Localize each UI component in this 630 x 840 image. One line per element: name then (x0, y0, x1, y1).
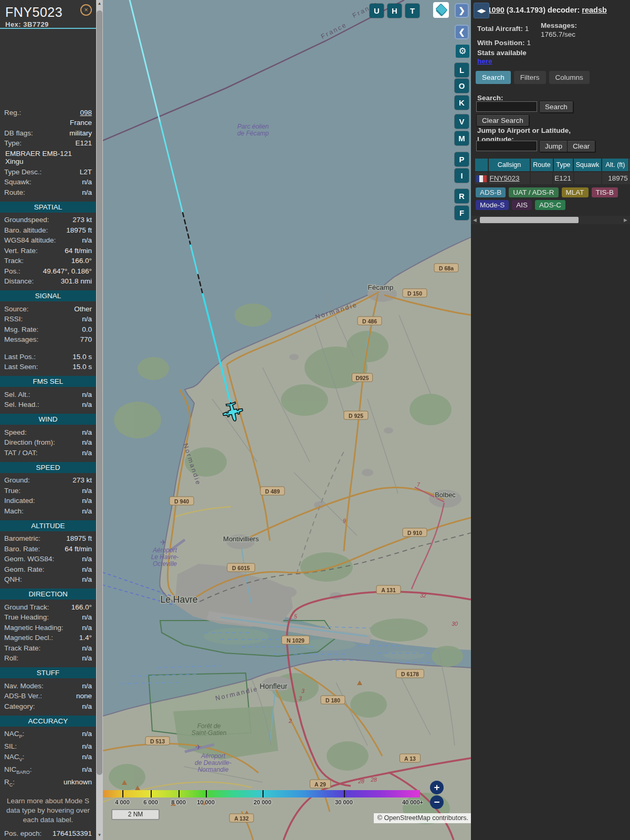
map-button-m[interactable]: M (455, 131, 469, 145)
hex-value: 3B7729 (23, 20, 49, 28)
map-button-i[interactable]: I (455, 169, 469, 183)
column-header-Alt. (ft)[interactable]: Alt. (ft) (602, 159, 628, 171)
column-header-Squawk[interactable]: Squawk (574, 159, 601, 171)
row-value: n/a (82, 753, 92, 764)
jump-button[interactable]: Jump (539, 140, 568, 152)
sidebar-scrollbar[interactable]: ▲ ▼ (96, 0, 103, 840)
readsb-link[interactable]: readsb (582, 6, 607, 14)
row-label: Vert. Rate: (4, 247, 38, 256)
row-value: n/a (82, 742, 92, 751)
scroll-left-icon[interactable]: ◀ (473, 217, 477, 223)
tab-search[interactable]: Search (476, 71, 511, 84)
clear-search-button[interactable]: Clear Search (476, 114, 529, 127)
column-header-Callsign[interactable]: Callsign (489, 159, 530, 171)
row-value: n/a (82, 188, 92, 197)
map-button-f[interactable]: F (455, 206, 469, 220)
app-title: tar1090 (3.14.1793) decoder: readsb (478, 6, 607, 14)
legend-tick (262, 790, 264, 797)
map-button-r[interactable]: R (455, 189, 469, 203)
data-row: True:n/a (0, 486, 96, 496)
zoom-out-button[interactable]: − (430, 795, 444, 809)
layers-icon[interactable] (433, 2, 449, 18)
row-value: 0.0 (82, 326, 92, 334)
map-attribution[interactable]: © OpenStreetMap contributors. (374, 813, 471, 823)
road-badge-label: D 489 (265, 488, 280, 495)
data-row: France (0, 118, 96, 129)
row-label: QNH: (4, 575, 22, 584)
map-button-u[interactable]: U (370, 4, 384, 18)
row-label: Squawk: (4, 178, 32, 187)
data-row: Mach:n/a (0, 506, 96, 517)
map-button-o[interactable]: O (455, 79, 469, 93)
legend-tick (178, 790, 180, 797)
row-value: n/a (82, 765, 92, 776)
row-value: 770 (80, 335, 92, 344)
hscroll-thumb[interactable] (480, 217, 579, 223)
cell-callsign[interactable]: FNY5023 (489, 172, 530, 184)
map-button-p[interactable]: P (455, 152, 469, 166)
badge-mlat[interactable]: MLAT (562, 187, 589, 197)
close-icon[interactable]: × (80, 4, 92, 16)
aircraft-icon[interactable] (221, 400, 245, 423)
tab-columns[interactable]: Columns (549, 71, 590, 84)
expand-panel-icon[interactable]: ❯ (455, 3, 469, 18)
panel-collapse-icon[interactable]: ◀▶ (474, 3, 489, 18)
row-value[interactable]: 098 (80, 109, 92, 118)
badge-ads-b[interactable]: ADS-B (476, 187, 506, 197)
search-button[interactable]: Search (539, 101, 573, 113)
data-row: Squawk:n/a (0, 177, 96, 188)
gear-icon[interactable]: ⚙ (456, 45, 469, 58)
row-label: Ground: (4, 476, 30, 485)
legend-tick-label: 20 000 (254, 799, 271, 805)
aircraft-detail-panel: FNY5023 Hex: 3B7729 × Reg.:098FranceDB f… (0, 0, 96, 840)
scroll-up-icon[interactable]: ▲ (96, 1, 103, 6)
section-header-fms-sel: FMS SEL (0, 376, 96, 387)
table-horizontal-scrollbar[interactable]: ◀ ▶ (471, 216, 630, 224)
stats-here-link[interactable]: here (477, 57, 492, 65)
column-header-Route[interactable]: Route (531, 159, 553, 171)
row-label: Sel. Alt.: (4, 391, 30, 400)
data-row: Category:n/a (0, 701, 96, 712)
column-header-Type[interactable]: Type (554, 159, 573, 171)
map-button-h[interactable]: H (387, 4, 402, 18)
row-value: n/a (82, 497, 92, 506)
jump-input[interactable] (476, 141, 537, 151)
road-badge-label: A 13 (404, 755, 416, 762)
map-area[interactable]: FécampMontivilliersLe HavreBolbecHonfleu… (103, 0, 471, 840)
search-input[interactable] (476, 101, 537, 112)
clear-button[interactable]: Clear (567, 140, 595, 152)
row-value: n/a (82, 555, 92, 564)
badge-ads-c[interactable]: ADS-C (535, 200, 565, 210)
column-header-flag[interactable] (475, 159, 488, 171)
map-button-v[interactable]: V (455, 114, 469, 129)
badge-ais[interactable]: AIS (512, 200, 532, 210)
junction-number: 28 (370, 776, 377, 783)
badge-uat-ads-r[interactable]: UAT / ADS-R (509, 187, 558, 197)
badge-mode-s[interactable]: Mode-S (476, 200, 509, 210)
scroll-down-icon[interactable]: ▼ (96, 833, 103, 837)
row-label: Pos.: (4, 267, 20, 276)
row-label: Mach: (4, 507, 24, 516)
tab-filters[interactable]: Filters (514, 71, 546, 84)
zoom-in-button[interactable]: + (430, 781, 444, 794)
scrollbar-thumb[interactable] (97, 10, 102, 775)
row-label: Magnetic Decl.: (4, 634, 53, 643)
junction-number: 3 (301, 688, 304, 694)
map-button-k[interactable]: K (455, 96, 469, 110)
data-row: Track:166.0° (0, 256, 96, 267)
row-label: NACV: (4, 753, 24, 764)
legend-tick (122, 790, 123, 797)
road-badge-label: D 910 (407, 530, 422, 536)
section-header-spatial: SPATIAL (0, 202, 96, 213)
row-value: n/a (82, 507, 92, 516)
map-button-l[interactable]: L (455, 63, 469, 77)
table-row[interactable]: FNY5023E12118975 (475, 172, 630, 184)
badge-tis-b[interactable]: TIS-B (592, 187, 618, 197)
map-button-t[interactable]: T (405, 4, 419, 18)
row-value: 273 kt (72, 476, 92, 485)
scroll-right-icon[interactable]: ▶ (624, 217, 627, 223)
collapse-panel-icon[interactable]: ❮ (455, 25, 469, 39)
flag-cell (475, 172, 488, 184)
data-row: Route:n/a (0, 187, 96, 198)
row-label: Geom. Rate: (4, 565, 45, 574)
